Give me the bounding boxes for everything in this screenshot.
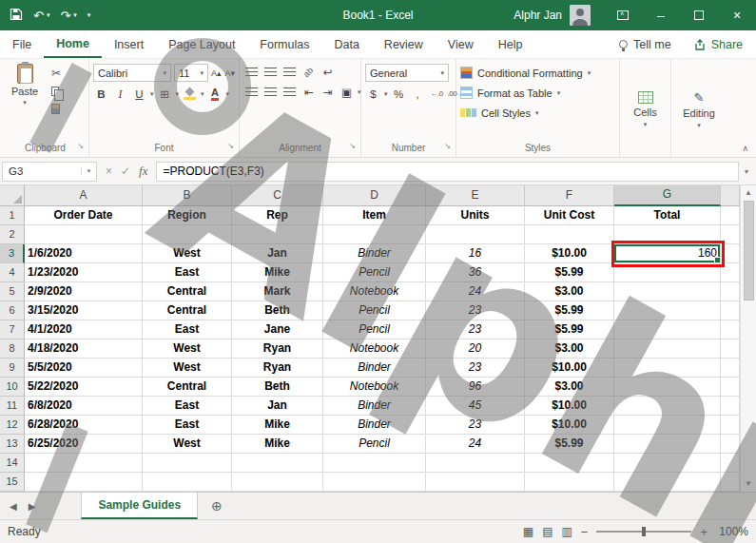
conditional-formatting-button[interactable]: Conditional Formatting ▾ [460, 64, 615, 82]
dialog-launcher-icon[interactable]: ↘ [227, 140, 234, 153]
cell-D3[interactable]: Binder [323, 244, 426, 263]
redo-dropdown-icon[interactable]: ▾ [73, 11, 77, 19]
zoom-out-icon[interactable]: − [581, 525, 589, 539]
tab-review[interactable]: Review [372, 30, 436, 58]
sheet-tab-active[interactable]: Sample Guides [81, 493, 198, 519]
page-break-view-icon[interactable]: ▥ [561, 525, 572, 538]
cell-B11[interactable]: East [143, 397, 232, 416]
cell-A9[interactable]: 5/5/2020 [25, 359, 143, 378]
bold-button[interactable]: B [93, 86, 109, 102]
zoom-slider[interactable] [596, 531, 691, 533]
row-header-5[interactable]: 5 [0, 282, 25, 301]
enter-formula-icon[interactable]: ✓ [121, 165, 130, 178]
cell-D10[interactable]: Notebook [323, 378, 426, 397]
column-header-A[interactable]: A [25, 185, 143, 206]
cell-A8[interactable]: 4/18/2020 [25, 339, 143, 359]
cell-F11[interactable]: $10.00 [525, 397, 614, 416]
cell-F14[interactable] [525, 454, 614, 473]
cell-F4[interactable]: $5.99 [525, 263, 614, 282]
cell-B13[interactable]: West [143, 435, 232, 454]
merge-dropdown-icon[interactable]: ▾ [358, 88, 361, 96]
cell-C3[interactable]: Jan [232, 244, 323, 263]
cell-D11[interactable]: Binder [323, 397, 426, 416]
new-sheet-button[interactable]: ⊕ [211, 493, 223, 519]
cell-D13[interactable]: Pencil [323, 435, 426, 454]
tab-file[interactable]: File [0, 30, 44, 58]
minimize-button[interactable]: – [642, 0, 680, 30]
merge-center-icon[interactable]: ▣ [339, 84, 355, 100]
tab-page-layout[interactable]: Page Layout [156, 30, 247, 58]
close-button[interactable]: × [718, 0, 756, 30]
cell-A2[interactable] [25, 225, 143, 244]
decrease-indent-icon[interactable]: ⇤ [300, 84, 317, 100]
underline-button[interactable]: U [131, 86, 147, 102]
cell-G14[interactable] [614, 454, 721, 473]
copy-icon[interactable] [51, 84, 61, 98]
cell-E3[interactable]: 16 [426, 244, 525, 263]
scrollbar-thumb[interactable] [744, 201, 754, 301]
tab-home[interactable]: Home [44, 30, 102, 58]
cell-A11[interactable]: 6/8/2020 [25, 397, 143, 416]
cell-F1[interactable]: Unit Cost [525, 206, 614, 225]
currency-icon[interactable]: $ [365, 86, 381, 102]
cell-E11[interactable]: 45 [426, 397, 525, 416]
cell-E2[interactable] [426, 225, 525, 244]
currency-dropdown-icon[interactable]: ▾ [384, 90, 388, 98]
cell-B12[interactable]: East [143, 416, 232, 435]
cell-G4[interactable] [614, 263, 721, 282]
redo-icon[interactable]: ↷ [60, 9, 70, 23]
cell-C14[interactable] [232, 454, 323, 473]
cell-E6[interactable]: 23 [426, 301, 525, 320]
cell-B15[interactable] [143, 473, 232, 492]
column-header-F[interactable]: F [525, 185, 614, 206]
cell-C9[interactable]: Ryan [232, 359, 323, 378]
cell-B8[interactable]: West [143, 339, 232, 359]
cell-C12[interactable]: Mike [232, 416, 323, 435]
cell-A15[interactable] [25, 473, 143, 492]
cell-C1[interactable]: Rep [232, 206, 323, 225]
scroll-up-icon[interactable]: ▲ [745, 185, 752, 201]
normal-view-icon[interactable]: ▦ [523, 525, 533, 538]
row-header-12[interactable]: 12 [0, 416, 25, 435]
cell-D15[interactable] [323, 473, 426, 492]
cell-E13[interactable]: 24 [426, 435, 525, 454]
shrink-font-icon[interactable]: A▾ [224, 68, 235, 78]
cell-F3[interactable]: $10.00 [525, 244, 614, 263]
cell-C10[interactable]: Beth [232, 378, 323, 397]
cell-E10[interactable]: 96 [426, 378, 525, 397]
cell-C2[interactable] [232, 225, 323, 244]
orientation-icon[interactable]: ab [300, 64, 317, 80]
cell-A10[interactable]: 5/22/2020 [25, 378, 143, 397]
tell-me-button[interactable]: Tell me [610, 38, 681, 51]
cell-F12[interactable]: $10.00 [525, 416, 614, 435]
dialog-launcher-icon[interactable]: ↘ [77, 140, 84, 153]
cell-E8[interactable]: 20 [426, 339, 525, 359]
column-header-G[interactable]: G [614, 185, 721, 206]
cell-B2[interactable] [143, 225, 232, 244]
grow-font-icon[interactable]: A▴ [211, 68, 222, 78]
user-name[interactable]: Alphr Jan [514, 9, 562, 22]
select-all-corner[interactable] [0, 185, 25, 206]
cell-G9[interactable] [614, 359, 721, 378]
cell-G11[interactable] [614, 397, 721, 416]
cell-A13[interactable]: 6/25/2020 [25, 435, 143, 454]
cancel-formula-icon[interactable]: × [106, 165, 112, 178]
row-header-15[interactable]: 15 [0, 473, 25, 492]
wrap-text-icon[interactable]: ↩ [320, 64, 336, 80]
column-header-E[interactable]: E [426, 185, 525, 206]
next-sheet-icon[interactable]: ▶ [29, 501, 36, 512]
zoom-in-icon[interactable]: + [700, 525, 708, 539]
font-color-icon[interactable]: A [207, 86, 223, 102]
cell-G8[interactable] [614, 339, 721, 359]
formula-input[interactable]: =PRODUCT(E3,F3) [156, 162, 739, 182]
cell-G6[interactable] [614, 301, 721, 320]
cell-F5[interactable]: $3.00 [525, 282, 614, 301]
cell-F10[interactable]: $3.00 [525, 378, 614, 397]
cell-D7[interactable]: Pencil [323, 320, 426, 339]
cell-F15[interactable] [525, 473, 614, 492]
font-color-dropdown-icon[interactable]: ▾ [226, 90, 230, 98]
cell-A14[interactable] [25, 454, 143, 473]
cell-D9[interactable]: Binder [323, 359, 426, 378]
fill-color-icon[interactable] [182, 86, 198, 102]
increase-decimal-icon[interactable]: ←.0 [429, 86, 445, 102]
